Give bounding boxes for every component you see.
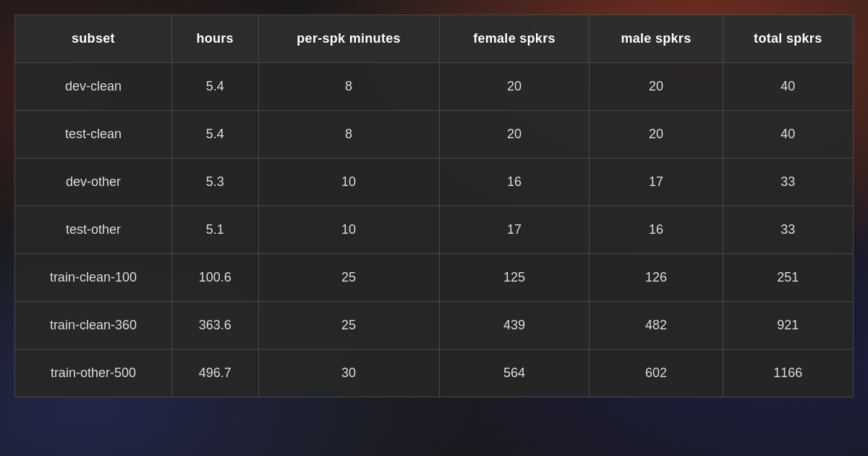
cell-per_spk_minutes: 30: [258, 350, 439, 397]
cell-male_spkrs: 126: [590, 254, 723, 302]
cell-female_spkrs: 17: [439, 206, 590, 254]
cell-male_spkrs: 17: [590, 159, 723, 206]
cell-hours: 5.4: [171, 63, 258, 111]
cell-subset: train-clean-360: [15, 302, 172, 350]
cell-female_spkrs: 20: [439, 111, 590, 159]
column-header-subset: subset: [15, 15, 172, 63]
cell-hours: 363.6: [171, 302, 258, 350]
table-row: train-clean-360363.625439482921: [15, 302, 854, 350]
cell-subset: dev-clean: [15, 63, 172, 111]
table-row: test-clean5.48202040: [15, 111, 854, 159]
table-wrapper: subsethoursper-spk minutesfemale spkrsma…: [14, 14, 854, 442]
cell-male_spkrs: 482: [590, 302, 723, 350]
cell-female_spkrs: 125: [439, 254, 590, 302]
cell-hours: 5.4: [171, 111, 258, 159]
column-header-hours: hours: [171, 15, 258, 63]
cell-female_spkrs: 439: [439, 302, 590, 350]
table-row: train-other-500496.7305646021166: [15, 350, 854, 397]
cell-total_spkrs: 921: [723, 302, 853, 350]
cell-per_spk_minutes: 25: [258, 254, 439, 302]
cell-subset: test-clean: [15, 111, 172, 159]
cell-female_spkrs: 16: [439, 159, 590, 206]
table-body: dev-clean5.48202040test-clean5.48202040d…: [15, 63, 854, 397]
table-header-row: subsethoursper-spk minutesfemale spkrsma…: [15, 15, 854, 63]
table-row: dev-clean5.48202040: [15, 63, 854, 111]
column-header-per_spk_minutes: per-spk minutes: [258, 15, 439, 63]
table-row: test-other5.110171633: [15, 206, 854, 254]
cell-total_spkrs: 33: [723, 206, 853, 254]
cell-subset: test-other: [15, 206, 172, 254]
cell-male_spkrs: 20: [590, 111, 723, 159]
cell-total_spkrs: 40: [723, 111, 853, 159]
cell-total_spkrs: 33: [723, 159, 853, 206]
table-row: dev-other5.310161733: [15, 159, 854, 206]
column-header-total_spkrs: total spkrs: [723, 15, 853, 63]
cell-per_spk_minutes: 10: [258, 206, 439, 254]
cell-total_spkrs: 251: [723, 254, 853, 302]
table-row: train-clean-100100.625125126251: [15, 254, 854, 302]
cell-hours: 100.6: [171, 254, 258, 302]
cell-per_spk_minutes: 8: [258, 63, 439, 111]
cell-female_spkrs: 20: [439, 63, 590, 111]
cell-total_spkrs: 40: [723, 63, 853, 111]
cell-subset: dev-other: [15, 159, 172, 206]
cell-subset: train-other-500: [15, 350, 172, 397]
cell-female_spkrs: 564: [439, 350, 590, 397]
cell-male_spkrs: 20: [590, 63, 723, 111]
cell-hours: 496.7: [171, 350, 258, 397]
cell-hours: 5.3: [171, 159, 258, 206]
cell-per_spk_minutes: 10: [258, 159, 439, 206]
cell-male_spkrs: 16: [590, 206, 723, 254]
column-header-male_spkrs: male spkrs: [590, 15, 723, 63]
cell-per_spk_minutes: 8: [258, 111, 439, 159]
cell-per_spk_minutes: 25: [258, 302, 439, 350]
cell-total_spkrs: 1166: [723, 350, 853, 397]
cell-hours: 5.1: [171, 206, 258, 254]
cell-male_spkrs: 602: [590, 350, 723, 397]
column-header-female_spkrs: female spkrs: [439, 15, 590, 63]
data-table: subsethoursper-spk minutesfemale spkrsma…: [14, 14, 854, 397]
cell-subset: train-clean-100: [15, 254, 172, 302]
